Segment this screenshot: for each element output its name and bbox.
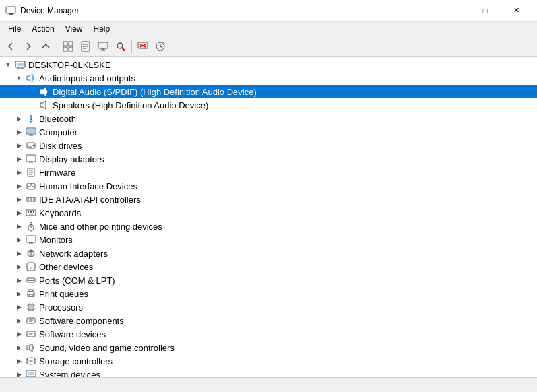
scan-button[interactable] xyxy=(152,38,168,55)
svg-rect-11 xyxy=(98,42,108,48)
expander-system[interactable]: ▶ xyxy=(13,369,24,377)
expander-root[interactable]: ▼ xyxy=(3,59,13,70)
expander-hid[interactable]: ▶ xyxy=(13,181,24,191)
svg-rect-35 xyxy=(26,155,36,162)
up-button[interactable] xyxy=(38,38,54,55)
expander-sw-components[interactable]: ▶ xyxy=(13,315,24,326)
close-button[interactable]: ✕ xyxy=(501,0,532,22)
computer-button[interactable] xyxy=(95,38,111,55)
computer-label: Computer xyxy=(39,127,77,137)
svg-point-67 xyxy=(30,280,32,281)
root-label: DESKTOP-0LKLSKE xyxy=(28,60,111,70)
expander-computer[interactable]: ▶ xyxy=(13,127,24,137)
tree-item-audio[interactable]: ▼ Audio inputs and outputs xyxy=(0,71,537,85)
app-icon xyxy=(5,5,16,16)
expander-ports[interactable]: ▶ xyxy=(13,275,24,286)
processors-icon xyxy=(26,302,36,313)
tree-item-computer[interactable]: ▶ Computer xyxy=(0,125,537,139)
tree-item-ide[interactable]: ▶ IDE ATA/ATAPI controllers xyxy=(0,193,537,206)
expander-disk-drives[interactable]: ▶ xyxy=(13,140,24,151)
uninstall-button[interactable] xyxy=(135,38,151,55)
tree-item-firmware[interactable]: ▶ Firmware xyxy=(0,166,537,179)
print-label: Print queues xyxy=(39,289,88,299)
svg-rect-83 xyxy=(27,318,35,323)
tree-item-display[interactable]: ▶ Display adaptors xyxy=(0,152,537,166)
back-button[interactable] xyxy=(3,38,19,55)
network-label: Network adapters xyxy=(39,249,108,259)
root-icon xyxy=(15,59,26,70)
tree-item-disk-drives[interactable]: ▶ Disk drives xyxy=(0,139,537,152)
minimize-button[interactable]: ─ xyxy=(439,0,470,22)
tree-item-monitors[interactable]: ▶ Monitors xyxy=(0,233,537,247)
expander-sw-devices[interactable]: ▶ xyxy=(13,329,24,339)
tree-item-hid[interactable]: ▶ Human Interface Devices xyxy=(0,179,537,193)
expander-keyboards[interactable]: ▶ xyxy=(13,207,24,218)
tree-item-ports[interactable]: ▶ Ports (COM & LPT) xyxy=(0,273,537,287)
print-icon xyxy=(26,288,36,299)
tree-item-sw-components[interactable]: ▶ Software components xyxy=(0,314,537,327)
tree-item-digital-audio[interactable]: Digital Audio (S/PDIF) (High Definition … xyxy=(0,85,537,98)
expander-other[interactable]: ▶ xyxy=(13,261,24,272)
expander-monitors[interactable]: ▶ xyxy=(13,234,24,245)
tree-item-bluetooth[interactable]: ▶ ᛒ Bluetooth xyxy=(0,112,537,125)
firmware-label: Firmware xyxy=(39,168,75,178)
main-content: ▼ DESKTOP-0LKLSKE ▼ xyxy=(0,57,537,377)
tree-item-speakers[interactable]: Speakers (High Definition Audio Device) xyxy=(0,98,537,112)
tree-item-mice[interactable]: ▶ Mice and other pointing devices xyxy=(0,220,537,233)
expander-bluetooth[interactable]: ▶ xyxy=(13,113,24,124)
svg-rect-86 xyxy=(27,331,35,337)
tree-item-storage[interactable]: ▶ Storage controllers xyxy=(0,354,537,368)
svg-rect-74 xyxy=(29,305,33,309)
toolbar-separator-1 xyxy=(57,40,57,53)
tree-item-system[interactable]: ▶ System devices xyxy=(0,368,537,377)
expander-firmware[interactable]: ▶ xyxy=(13,167,24,178)
expander-print[interactable]: ▶ xyxy=(13,288,24,299)
tree-item-sw-devices[interactable]: ▶ Software devices xyxy=(0,327,537,341)
svg-marker-25 xyxy=(27,74,32,82)
expander-network[interactable]: ▶ xyxy=(13,248,24,259)
processors-label: Processors xyxy=(39,302,83,313)
tree-item-other[interactable]: ▶ ? Other devices xyxy=(0,260,537,273)
svg-rect-6 xyxy=(69,47,73,51)
hid-icon xyxy=(26,181,36,191)
network-icon xyxy=(26,248,36,259)
tree-item-network[interactable]: ▶ Network adapters xyxy=(0,247,537,260)
expander-storage[interactable]: ▶ xyxy=(13,356,24,366)
hid-label: Human Interface Devices xyxy=(39,181,137,191)
speakers-label: Speakers (High Definition Audio Device) xyxy=(53,100,208,110)
expander-display[interactable]: ▶ xyxy=(13,154,24,164)
forward-button[interactable] xyxy=(20,38,36,55)
maximize-button[interactable]: □ xyxy=(470,0,501,22)
properties-button[interactable] xyxy=(77,38,94,55)
expander-audio[interactable]: ▼ xyxy=(13,73,24,84)
monitors-label: Monitors xyxy=(39,235,73,245)
find-button[interactable] xyxy=(113,38,129,55)
bluetooth-icon: ᛒ xyxy=(26,113,36,124)
tree-item-root[interactable]: ▼ DESKTOP-0LKLSKE xyxy=(0,58,537,71)
expander-ide[interactable]: ▶ xyxy=(13,194,24,205)
expander-speakers[interactable] xyxy=(27,100,38,110)
svg-rect-3 xyxy=(63,42,67,46)
expander-sound[interactable]: ▶ xyxy=(13,342,24,353)
menu-view[interactable]: View xyxy=(60,22,88,36)
sw-devices-icon xyxy=(26,329,36,339)
tree-item-keyboards[interactable]: ▶ Keyboards xyxy=(0,206,537,220)
tree-item-print[interactable]: ▶ Print queues xyxy=(0,287,537,300)
tree-item-sound[interactable]: ▶ Sound, video and game controllers xyxy=(0,341,537,354)
show-hide-button[interactable] xyxy=(60,38,76,55)
svg-rect-1 xyxy=(9,13,13,15)
keyboards-icon xyxy=(26,207,36,218)
svg-point-57 xyxy=(30,223,32,225)
expander-digital-audio[interactable] xyxy=(27,86,38,97)
ide-label: IDE ATA/ATAPI controllers xyxy=(39,195,141,205)
expander-processors[interactable]: ▶ xyxy=(13,302,24,313)
device-tree[interactable]: ▼ DESKTOP-0LKLSKE ▼ xyxy=(0,57,537,377)
menu-action[interactable]: Action xyxy=(26,22,59,36)
menu-help[interactable]: Help xyxy=(88,22,116,36)
svg-point-44 xyxy=(28,186,30,187)
tree-item-processors[interactable]: ▶ Processors xyxy=(0,300,537,314)
svg-rect-52 xyxy=(30,211,32,213)
menu-file[interactable]: File xyxy=(3,22,26,36)
toolbar xyxy=(0,36,537,57)
expander-mice[interactable]: ▶ xyxy=(13,221,24,232)
